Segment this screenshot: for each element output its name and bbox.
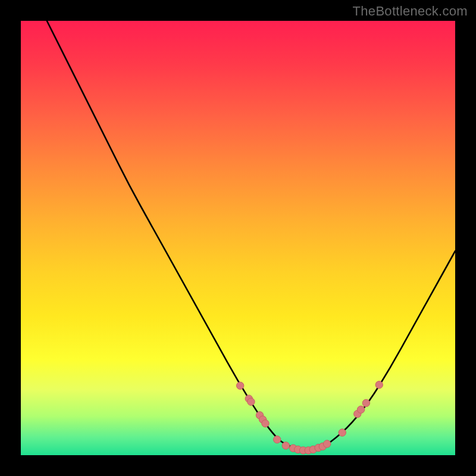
chart-marker [362, 399, 369, 406]
chart-marker [236, 382, 243, 389]
chart-marker [357, 406, 364, 413]
chart-plot-area [21, 21, 455, 455]
chart-marker [248, 398, 255, 405]
chart-marker [323, 440, 330, 447]
chart-marker [282, 442, 289, 449]
chart-marker [339, 429, 346, 436]
watermark-text: TheBottleneck.com [353, 4, 468, 19]
chart-marker [375, 381, 383, 389]
chart-svg [21, 21, 455, 455]
chart-markers [236, 381, 383, 455]
chart-marker [274, 436, 281, 443]
chart-curve [47, 21, 455, 451]
chart-marker [262, 420, 269, 427]
